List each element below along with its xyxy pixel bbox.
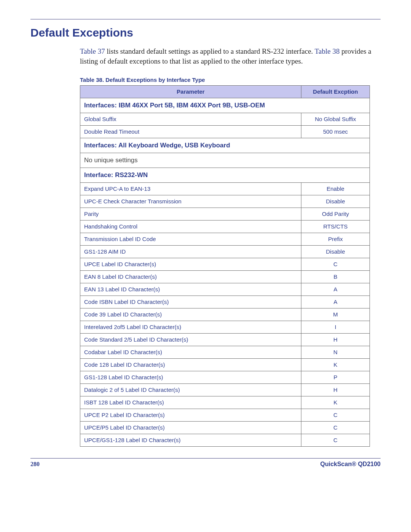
cell-parameter: Interelaved 2of5 Label ID Character(s) xyxy=(80,321,301,334)
table-row: ISBT 128 Label ID Character(s)K xyxy=(80,396,370,409)
cell-parameter: UPCE/P5 Label ID Character(s) xyxy=(80,422,301,434)
cell-parameter: Expand UPC-A to EAN-13 xyxy=(80,183,301,195)
cell-value: K xyxy=(301,396,370,409)
cell-parameter: UPCE/GS1-128 Label ID Character(s) xyxy=(80,434,301,447)
table-row: UPCE/P5 Label ID Character(s)C xyxy=(80,422,370,434)
table-row: UPCE Label ID Character(s)C xyxy=(80,258,370,271)
table-row: Code 39 Label ID Character(s)M xyxy=(80,308,370,321)
col-parameter: Parameter xyxy=(80,86,301,98)
table-row: Codabar Label ID Character(s)N xyxy=(80,346,370,359)
section-row: Interfaces: All Keyboard Wedge, USB Keyb… xyxy=(80,138,370,153)
table-row: Global SuffixNo Global Suffix xyxy=(80,113,370,126)
cell-parameter: Global Suffix xyxy=(80,113,301,126)
cell-parameter: UPC-E Check Character Transmission xyxy=(80,195,301,208)
cell-value: Disable xyxy=(301,195,370,208)
intro-paragraph: Table 37 lists standard default settings… xyxy=(80,46,381,66)
cell-parameter: Code 39 Label ID Character(s) xyxy=(80,308,301,321)
cell-value: P xyxy=(301,371,370,384)
section-row: No unique settings xyxy=(80,153,370,168)
page-footer: 280 QuickScan® QD2100 xyxy=(30,461,381,468)
cell-value: Odd Parity xyxy=(301,208,370,220)
cell-parameter: Code Standard 2/5 Label ID Character(s) xyxy=(80,334,301,346)
table-row: Code Standard 2/5 Label ID Character(s)H xyxy=(80,334,370,346)
cell-parameter: Codabar Label ID Character(s) xyxy=(80,346,301,359)
cell-value: 500 msec xyxy=(301,126,370,138)
cell-value: A xyxy=(301,283,370,296)
cell-value: N xyxy=(301,346,370,359)
cell-value: K xyxy=(301,359,370,371)
cell-value: B xyxy=(301,271,370,283)
cell-value: C xyxy=(301,409,370,422)
table-row: Datalogic 2 of 5 Label ID Character(s)H xyxy=(80,384,370,396)
section-title: Interface: RS232-WN xyxy=(80,168,370,183)
cell-parameter: Code 128 Label ID Character(s) xyxy=(80,359,301,371)
table-row: UPC-E Check Character TransmissionDisabl… xyxy=(80,195,370,208)
document-page: Default Exceptions Table 37 lists standa… xyxy=(0,0,411,483)
table-caption: Table 38. Default Exceptions by Interfac… xyxy=(80,77,381,83)
table-row: UPCE P2 Label ID Character(s)C xyxy=(80,409,370,422)
exceptions-table: Parameter Default Excption Interfaces: I… xyxy=(80,85,370,447)
cell-parameter: GS1-128 AIM ID xyxy=(80,246,301,258)
col-default: Default Excption xyxy=(301,86,370,98)
cell-value: C xyxy=(301,422,370,434)
table-row: Code 128 Label ID Character(s)K xyxy=(80,359,370,371)
table-row: GS1-128 Label ID Character(s)P xyxy=(80,371,370,384)
table-ref-37: Table 37 xyxy=(80,47,105,55)
table-row: GS1-128 AIM IDDisable xyxy=(80,246,370,258)
table-row: EAN 13 Label ID Character(s)A xyxy=(80,283,370,296)
table-row: Handshaking ControlRTS/CTS xyxy=(80,220,370,233)
intro-text-1: lists standard default settings as appli… xyxy=(105,47,315,55)
cell-value: M xyxy=(301,308,370,321)
table-row: UPCE/GS1-128 Label ID Character(s)C xyxy=(80,434,370,447)
table-row: Transmission Label ID CodePrefix xyxy=(80,233,370,246)
cell-value: C xyxy=(301,258,370,271)
cell-value: Prefix xyxy=(301,233,370,246)
cell-parameter: Datalogic 2 of 5 Label ID Character(s) xyxy=(80,384,301,396)
table-body: Interfaces: IBM 46XX Port 5B, IBM 46XX P… xyxy=(80,98,370,447)
cell-parameter: Handshaking Control xyxy=(80,220,301,233)
cell-value: C xyxy=(301,434,370,447)
table-header-row: Parameter Default Excption xyxy=(80,86,370,98)
cell-value: RTS/CTS xyxy=(301,220,370,233)
cell-parameter: Parity xyxy=(80,208,301,220)
cell-parameter: Code ISBN Label ID Character(s) xyxy=(80,296,301,308)
cell-value: H xyxy=(301,384,370,396)
top-rule xyxy=(30,19,381,19)
cell-value: No Global Suffix xyxy=(301,113,370,126)
cell-value: H xyxy=(301,334,370,346)
table-row: Code ISBN Label ID Character(s)A xyxy=(80,296,370,308)
table-row: Double Read Timeout500 msec xyxy=(80,126,370,138)
cell-parameter: ISBT 128 Label ID Character(s) xyxy=(80,396,301,409)
section-title: No unique settings xyxy=(80,153,370,168)
product-name: QuickScan® QD2100 xyxy=(320,461,381,468)
table-ref-38: Table 38 xyxy=(315,47,340,55)
cell-parameter: Double Read Timeout xyxy=(80,126,301,138)
section-row: Interface: RS232-WN xyxy=(80,168,370,183)
table-row: Interelaved 2of5 Label ID Character(s)I xyxy=(80,321,370,334)
section-row: Interfaces: IBM 46XX Port 5B, IBM 46XX P… xyxy=(80,98,370,113)
cell-parameter: Transmission Label ID Code xyxy=(80,233,301,246)
cell-parameter: UPCE Label ID Character(s) xyxy=(80,258,301,271)
cell-parameter: GS1-128 Label ID Character(s) xyxy=(80,371,301,384)
cell-value: Enable xyxy=(301,183,370,195)
cell-value: Disable xyxy=(301,246,370,258)
cell-parameter: EAN 13 Label ID Character(s) xyxy=(80,283,301,296)
section-title: Interfaces: All Keyboard Wedge, USB Keyb… xyxy=(80,138,370,153)
page-number: 280 xyxy=(30,461,40,468)
cell-parameter: EAN 8 Label ID Character(s) xyxy=(80,271,301,283)
table-row: EAN 8 Label ID Character(s)B xyxy=(80,271,370,283)
table-row: ParityOdd Parity xyxy=(80,208,370,220)
section-heading: Default Exceptions xyxy=(30,26,381,39)
footer-rule xyxy=(30,458,381,459)
cell-value: A xyxy=(301,296,370,308)
cell-parameter: UPCE P2 Label ID Character(s) xyxy=(80,409,301,422)
cell-value: I xyxy=(301,321,370,334)
table-row: Expand UPC-A to EAN-13Enable xyxy=(80,183,370,195)
section-title: Interfaces: IBM 46XX Port 5B, IBM 46XX P… xyxy=(80,98,370,113)
